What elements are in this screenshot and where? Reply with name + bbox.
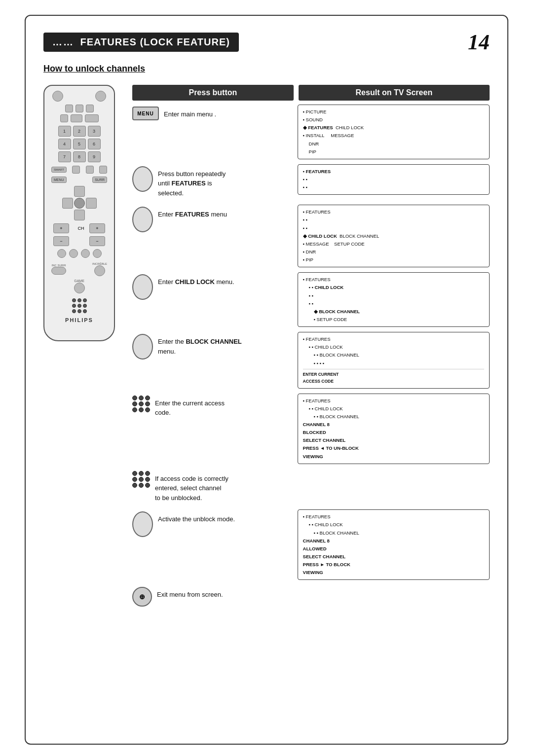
step6-icon <box>132 396 150 412</box>
step1-text: Enter main menu . <box>164 107 216 119</box>
tv1-line1: ▪ PICTURE <box>303 108 484 116</box>
tv8-line3: ▪ ▪ BLOCK CHANNEL <box>303 529 484 537</box>
tv1-line2: ▪ SOUND <box>303 116 484 124</box>
remote-btn-down[interactable] <box>74 210 85 220</box>
remote-btn-pip1[interactable] <box>60 114 68 122</box>
remote-numpad: 1 2 3 4 5 6 7 8 9 <box>58 126 101 162</box>
remote-btn-increble[interactable] <box>94 265 105 276</box>
nav-empty3 <box>62 210 73 220</box>
main-layout: 1 2 3 4 5 6 7 8 9 SMART <box>43 85 490 624</box>
remote-btn-3[interactable]: 3 <box>88 126 101 137</box>
step3-screen: ▪ FEATURES ▪ ▪ ▪ ▪ ◆ CHILD LOCK BLOCK CH… <box>298 205 490 267</box>
remote-game-area: GAME <box>74 279 85 293</box>
remote-btn-right[interactable] <box>86 198 97 209</box>
tv-screen-4: ▪ FEATURES ▪ ▪ CHILD LOCK ▪ ▪ ▪ ▪ ◆ BLOC… <box>298 272 490 327</box>
remote-btn-ch-plus[interactable]: + <box>89 223 105 233</box>
remote-btn-8[interactable]: 8 <box>73 151 86 162</box>
tv8-line1: ▪ FEATURES <box>303 513 484 521</box>
step-row-6: Enter the current accesscode. ▪ FEATURES… <box>132 394 490 464</box>
d16 <box>132 483 137 488</box>
remote-btn-4[interactable]: 4 <box>58 139 71 149</box>
tv4-line6: ▪ SETUP CODE <box>303 316 484 324</box>
step-row-3: Enter FEATURES menu ▪ FEATURES ▪ ▪ ▪ ▪ ◆… <box>132 205 490 267</box>
remote-btn-small2[interactable] <box>76 105 83 112</box>
remote-nav-cross <box>62 186 97 220</box>
step9-screen-empty <box>298 585 490 619</box>
step2-screen: ▪ FEATURES ▪ ▪ ▪ ▪ <box>298 164 490 200</box>
remote-btn-pip3[interactable] <box>85 114 99 122</box>
header-result-screen: Result on TV Screen <box>299 85 490 101</box>
remote-btn-2[interactable]: 2 <box>73 126 86 137</box>
remote-btn-vol-plus[interactable]: + <box>53 223 69 233</box>
remote-btn-small1[interactable] <box>65 105 73 112</box>
remote-btn-small3[interactable] <box>86 105 94 112</box>
d4 <box>132 401 137 406</box>
remote-btn-circle1[interactable] <box>52 91 63 102</box>
remote-btn-game[interactable] <box>74 283 85 293</box>
remote-pip-row <box>48 114 110 122</box>
d13 <box>132 477 137 482</box>
dot6 <box>83 304 87 308</box>
tv4-line1: ▪ FEATURES <box>303 276 484 284</box>
title-dots: …… <box>52 36 74 47</box>
remote-btn-pip2[interactable] <box>71 114 82 122</box>
remote-btn-extra1[interactable] <box>86 166 94 174</box>
exit-button-icon[interactable]: ⊕ <box>132 587 152 607</box>
dotgrid-button-6[interactable] <box>132 396 150 412</box>
remote-btn-9[interactable]: 9 <box>88 151 101 162</box>
tv1-line3: ◆ FEATURES CHILD LOCK <box>303 124 484 132</box>
step6-text: Enter the current accesscode. <box>155 396 225 418</box>
remote-btn-b2[interactable] <box>69 249 78 258</box>
menu-button-icon[interactable]: MENU <box>132 107 159 120</box>
remote-btn-up[interactable] <box>74 186 85 197</box>
d17 <box>139 483 144 488</box>
oval-button-4[interactable] <box>132 274 153 300</box>
remote-btn-ch-minus[interactable]: − <box>89 236 105 246</box>
step7-icon <box>132 471 150 488</box>
remote-btn-7[interactable]: 7 <box>58 151 71 162</box>
remote-btn-menu[interactable]: MENU <box>51 177 67 183</box>
tv5-line3: ▪ ▪ BLOCK CHANNEL <box>303 351 484 359</box>
step6-left: Enter the current accesscode. <box>132 394 293 420</box>
step4-text: Enter CHILD LOCK menu. <box>158 274 234 287</box>
tv-screen-5: ▪ FEATURES ▪ ▪ CHILD LOCK ▪ ▪ BLOCK CHAN… <box>298 332 490 388</box>
remote-btn-power[interactable] <box>95 91 106 102</box>
oval-button-3[interactable] <box>132 207 153 232</box>
dotgrid-row2 <box>132 401 150 406</box>
tv6-line5: BLOCKED <box>303 429 484 436</box>
tv4-line2: ▪ ▪ CHILD LOCK <box>303 284 484 291</box>
remote-btn-b4[interactable] <box>93 249 102 258</box>
dotgrid-row6 <box>132 483 150 488</box>
remote-dotgrid1[interactable] <box>72 298 87 313</box>
remote-btn-smart[interactable]: SMART <box>51 167 67 173</box>
d10 <box>132 471 137 476</box>
remote-btn-1[interactable]: 1 <box>58 126 71 137</box>
d7 <box>132 407 137 412</box>
dotgrid-button-7[interactable] <box>132 471 150 488</box>
tv-screen-3: ▪ FEATURES ▪ ▪ ▪ ▪ ◆ CHILD LOCK BLOCK CH… <box>298 205 490 267</box>
oval-button-5[interactable] <box>132 334 153 360</box>
remote-btn-0[interactable] <box>72 166 80 174</box>
tv-screen-6: ▪ FEATURES ▪ ▪ CHILD LOCK ▪ ▪ BLOCK CHAN… <box>298 394 490 464</box>
remote-btn-surr[interactable]: SURR <box>92 177 107 183</box>
remote-btn-6[interactable]: 6 <box>88 139 101 149</box>
remote-btn-left[interactable] <box>62 198 73 209</box>
remote-btn-5[interactable]: 5 <box>73 139 86 149</box>
remote-btn-b3[interactable] <box>81 249 90 258</box>
oval-button-2[interactable] <box>132 166 153 192</box>
tv3-line6: ▪ DNR <box>303 248 484 256</box>
step9-left: ⊕ Exit menu from screen. <box>132 585 293 619</box>
d9 <box>145 407 150 412</box>
remote-btn-inc-surr[interactable] <box>51 267 66 275</box>
tv2-line1: ▪ FEATURES <box>303 168 484 176</box>
dot5 <box>77 304 81 308</box>
remote-btn-extra2[interactable] <box>99 166 107 174</box>
remote-btn-ok[interactable] <box>74 198 85 209</box>
tv-screen-8: ▪ FEATURES ▪ ▪ CHILD LOCK ▪ ▪ BLOCK CHAN… <box>298 509 490 580</box>
step4-screen: ▪ FEATURES ▪ ▪ CHILD LOCK ▪ ▪ ▪ ▪ ◆ BLOC… <box>298 272 490 327</box>
oval-button-8[interactable] <box>132 511 153 537</box>
d3 <box>145 396 150 400</box>
step5-icon <box>132 334 153 360</box>
remote-btn-b1[interactable] <box>57 249 66 258</box>
remote-btn-vol-minus[interactable]: − <box>53 236 69 246</box>
